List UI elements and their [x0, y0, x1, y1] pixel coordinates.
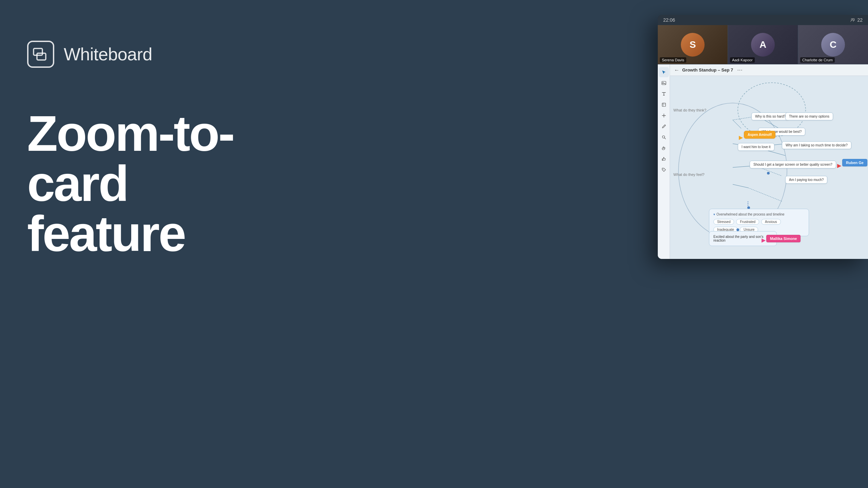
video-label-3: Charlotte de Crum — [800, 57, 835, 63]
participant-count-label: 22 — [857, 17, 863, 23]
avatar-serena: S — [681, 33, 705, 57]
section-think-label: What do they think? — [673, 108, 706, 112]
brand: Whiteboard — [27, 41, 251, 68]
whiteboard-area[interactable]: ← Growth Standup – Sep 7 ⋯ — [658, 64, 868, 259]
cursor-label-mallika: Mallika Simone — [766, 235, 801, 242]
cursor-mallika: ▶ — [762, 237, 766, 243]
timer: 22:06 — [663, 17, 675, 23]
video-tile-2: A Aadi Kapoor — [728, 25, 798, 64]
wb-toolbar — [658, 64, 670, 259]
video-tile-3: C Charlotte de Crum — [798, 25, 868, 64]
tool-image[interactable] — [659, 78, 669, 88]
wb-topbar: ← Growth Standup – Sep 7 ⋯ — [670, 64, 868, 76]
tool-like[interactable] — [659, 154, 669, 164]
app-window: 22:06 22 S Serena Davis — [658, 15, 868, 259]
tool-pen[interactable] — [659, 121, 669, 131]
brand-name: Whiteboard — [64, 44, 152, 64]
whiteboard-logo-icon — [32, 46, 49, 63]
node-why-time: Why am I taking so much time to decide? — [782, 141, 851, 149]
video-grid: S Serena Davis A Aadi Kapoor C Charlotte… — [658, 25, 868, 64]
emotion-card-title: ▾ Overwhelmed about the process and time… — [713, 212, 805, 216]
emotion-tags: Stressed Frustrated Anxious Inadequate U… — [713, 219, 805, 232]
tool-cursor[interactable] — [659, 67, 669, 77]
video-label-2: Aadi Kapoor — [730, 57, 755, 63]
participants-icon — [850, 18, 855, 22]
tool-plus[interactable] — [659, 110, 669, 121]
node-screen: Should I get a larger screen or better q… — [750, 161, 836, 168]
cursor-ruben: ▶ — [837, 162, 841, 169]
svg-line-21 — [748, 188, 782, 201]
node-why-time-text: Why am I taking so much time to decide? — [786, 143, 848, 147]
connector-dot — [767, 172, 770, 175]
wb-menu-button[interactable]: ⋯ — [737, 67, 743, 73]
svg-point-8 — [663, 169, 664, 169]
svg-rect-0 — [34, 48, 42, 55]
connector-dot-3 — [736, 228, 739, 231]
node-paying[interactable]: Am I paying too much? — [785, 176, 827, 184]
node-so-many-options[interactable]: There are so many options — [785, 113, 833, 120]
tag-stressed[interactable]: Stressed — [713, 219, 734, 225]
cursor-label-aspen: Aspen Aminoff — [744, 131, 775, 139]
tag-frustrated[interactable]: Frustrated — [736, 219, 759, 225]
wb-back-button[interactable]: ← — [674, 67, 679, 73]
svg-rect-6 — [662, 103, 666, 106]
left-panel: Whiteboard Zoom-to- card feature — [0, 0, 278, 488]
cursor-label-ruben: Ruben Ge — [842, 159, 867, 166]
tool-crop[interactable] — [659, 100, 669, 110]
node-screen-text: Should I get a larger screen or better q… — [753, 163, 832, 166]
svg-point-7 — [662, 136, 665, 138]
svg-line-20 — [733, 184, 748, 188]
tool-tag[interactable] — [659, 165, 669, 175]
tool-text[interactable] — [659, 89, 669, 99]
video-tile-1: S Serena Davis — [658, 25, 728, 64]
brand-icon — [27, 41, 54, 68]
video-header: 22:06 22 — [658, 15, 868, 25]
wb-canvas[interactable]: What do they think? What do they feel? W… — [670, 76, 868, 259]
video-label-1: Serena Davis — [660, 57, 686, 63]
wb-title: Growth Standup – Sep 7 — [682, 67, 733, 73]
right-panel: 22:06 22 S Serena Davis — [278, 0, 868, 488]
tool-search[interactable] — [659, 132, 669, 142]
avatar-charlotte: C — [821, 33, 845, 57]
main-title: Zoom-to- card feature — [27, 108, 251, 259]
node-want-love[interactable]: I want him to love it — [738, 143, 774, 151]
section-feel-label: What do they feel? — [673, 172, 705, 177]
node-why-hard[interactable]: Why is this so hard? — [751, 113, 789, 120]
participants-count: 22 — [850, 17, 863, 23]
title-line1: Zoom-to- — [27, 105, 234, 161]
avatar-aadi: A — [751, 33, 775, 57]
emotion-card-title-text: Overwhelmed about the process and timeli… — [716, 212, 785, 216]
svg-line-12 — [733, 120, 741, 128]
cursor-aspen: ▶ — [739, 134, 743, 141]
tool-hand[interactable] — [659, 143, 669, 153]
title-line2: card feature — [27, 156, 185, 262]
svg-rect-1 — [37, 53, 46, 60]
tag-anxious[interactable]: Anxious — [761, 219, 781, 225]
